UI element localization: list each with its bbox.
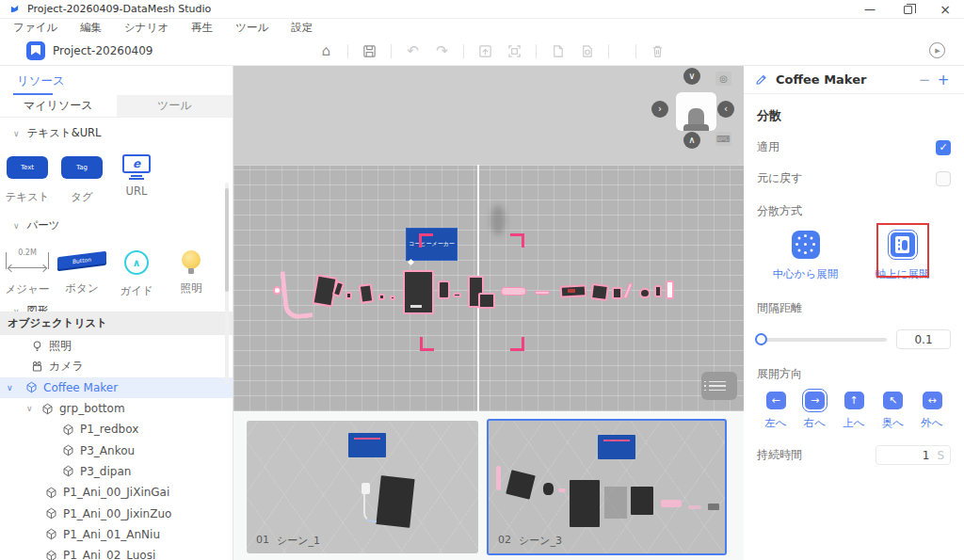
- resource-text[interactable]: Text テキスト: [0, 151, 55, 204]
- method-expand-axis[interactable]: 軸上に展開: [854, 231, 951, 281]
- menu-play[interactable]: 再生: [191, 21, 213, 35]
- slider-handle[interactable]: [755, 333, 767, 345]
- part-button[interactable]: Button ボタン: [55, 243, 109, 298]
- part-guide[interactable]: ∧ ガイド: [109, 243, 164, 298]
- resource-tag[interactable]: Tag タグ: [55, 151, 109, 204]
- apply-checkbox[interactable]: ✓: [936, 140, 951, 155]
- scene-thumb-1[interactable]: 01シーン_1: [247, 421, 478, 553]
- part[interactable]: [390, 296, 395, 300]
- orbit-up-button[interactable]: ∧: [683, 132, 700, 149]
- tree-item-p1-redbox[interactable]: P1_redbox: [0, 419, 233, 440]
- redo-button[interactable]: ↷: [434, 43, 450, 59]
- reset-checkbox[interactable]: [936, 171, 951, 186]
- duration-input[interactable]: 1 S: [876, 445, 951, 465]
- tree-item-p3-dipan[interactable]: P3_dipan: [0, 461, 233, 482]
- select-frame-button[interactable]: [506, 43, 522, 59]
- chevron-down-icon[interactable]: ∨: [0, 383, 25, 392]
- tab-resources[interactable]: リソース: [0, 66, 66, 95]
- part-measure[interactable]: 0.2M メジャー: [0, 243, 55, 298]
- chevron-down-icon: ∨: [13, 307, 20, 312]
- tree-item-p1-ani-02-luosi[interactable]: P1_Ani_02_Luosi: [0, 545, 233, 560]
- menu-scenario[interactable]: シナリオ: [124, 21, 169, 35]
- part[interactable]: [359, 283, 375, 304]
- edit-pencil-icon[interactable]: [755, 73, 767, 86]
- menu-settings[interactable]: 設定: [291, 21, 313, 35]
- focus-target-button[interactable]: ◎: [715, 72, 731, 86]
- part[interactable]: [453, 293, 461, 297]
- tree-item-coffee-maker[interactable]: ∨ Coffee Maker: [0, 377, 233, 398]
- orbit-down-button[interactable]: ∨: [683, 68, 700, 85]
- copy-button[interactable]: [550, 43, 566, 59]
- undo-icon: ↶: [407, 42, 419, 59]
- selection-bracket: [419, 233, 433, 248]
- selection-bracket: [420, 337, 434, 351]
- menu-file[interactable]: ファイル: [13, 21, 57, 35]
- capture-button[interactable]: [477, 43, 493, 59]
- method-expand-center[interactable]: 中心から展開: [757, 231, 854, 281]
- subtab-my-resources[interactable]: マイリソース: [0, 95, 117, 117]
- part-light[interactable]: 照明: [164, 243, 218, 298]
- tree-item-p1-ani-00-jixingai[interactable]: P1_Ani_00_JiXinGai: [0, 482, 233, 503]
- preview-play-button[interactable]: ▶: [929, 42, 945, 58]
- collapse-button[interactable]: −: [915, 72, 934, 88]
- part[interactable]: [666, 280, 674, 299]
- keyboard-shortcuts-button[interactable]: ⌨: [715, 132, 731, 146]
- check-icon: ✓: [939, 141, 947, 153]
- part[interactable]: [654, 285, 662, 297]
- section-shapes[interactable]: ∨ 図形: [0, 300, 233, 312]
- part[interactable]: [612, 287, 622, 299]
- left-panel-scrollbar[interactable]: [225, 183, 229, 384]
- home-button[interactable]: ⌂: [318, 43, 334, 59]
- tree-item-p1-ani-00-jixinzuo[interactable]: P1_Ani_00_JixinZuo: [0, 503, 233, 523]
- delete-button[interactable]: [650, 43, 666, 59]
- tree-item-grp-bottom[interactable]: ∨ grp_bottom: [0, 398, 233, 419]
- resource-url[interactable]: e URL: [109, 151, 164, 204]
- tree-item-p1-ani-01-anniu[interactable]: P1_Ani_01_AnNiu: [0, 524, 233, 545]
- direction-right[interactable]: → 右へ: [798, 392, 832, 430]
- chevron-down-icon: ∨: [13, 221, 20, 231]
- scene-list-button[interactable]: [701, 372, 737, 400]
- undo-button[interactable]: ↶: [405, 43, 421, 59]
- add-button[interactable]: +: [934, 72, 953, 88]
- home-icon: ⌂: [322, 42, 331, 59]
- maximize-button[interactable]: [889, 0, 926, 19]
- section-text-url[interactable]: ∨ テキスト&URL: [0, 118, 233, 147]
- spacing-value-input[interactable]: 0.1: [896, 329, 951, 349]
- part[interactable]: [535, 291, 550, 295]
- object-list-title: オブジェクトリスト: [0, 312, 233, 335]
- orbit-right-button[interactable]: ›: [651, 101, 668, 118]
- minimize-button[interactable]: —: [851, 0, 889, 19]
- subtab-tools[interactable]: ツール: [117, 95, 233, 117]
- direction-out[interactable]: ↔ 外へ: [915, 392, 949, 430]
- viewport-3d[interactable]: コーヒーメーカー ∨ › ‹ ∧ ◎ ⌨: [233, 66, 744, 411]
- part[interactable]: [590, 283, 609, 301]
- part[interactable]: [345, 292, 352, 299]
- tree-item-camera[interactable]: カメラ: [0, 356, 233, 376]
- spacing-slider[interactable]: [757, 338, 887, 342]
- part[interactable]: [501, 287, 526, 296]
- direction-up[interactable]: ↑ 上へ: [837, 392, 871, 430]
- direction-back[interactable]: ↖ 奥へ: [876, 392, 910, 430]
- part[interactable]: [639, 288, 651, 298]
- part[interactable]: [438, 280, 450, 299]
- paste-button[interactable]: [579, 43, 595, 59]
- toolbar: ⌂ ↶ ↷: [318, 36, 666, 66]
- menu-tools[interactable]: ツール: [235, 21, 268, 35]
- scene-name: 01シーン_1: [256, 534, 320, 548]
- camera-avatar[interactable]: [676, 92, 716, 131]
- part[interactable]: [478, 293, 495, 309]
- direction-left[interactable]: ← 左へ: [759, 392, 793, 430]
- cube-icon: [62, 424, 74, 436]
- part[interactable]: [273, 286, 281, 295]
- menu-edit[interactable]: 編集: [80, 21, 102, 35]
- orbit-left-button[interactable]: ‹: [717, 101, 734, 118]
- part[interactable]: [378, 294, 385, 300]
- close-button[interactable]: ×: [926, 0, 964, 19]
- tree-item-light[interactable]: 照明: [0, 335, 233, 356]
- save-button[interactable]: [362, 43, 378, 59]
- section-parts[interactable]: ∨ パーツ: [0, 210, 233, 239]
- scene-thumb-2[interactable]: 02シーン_3: [487, 419, 727, 555]
- arrow-left-icon: ←: [771, 394, 779, 407]
- chevron-down-icon[interactable]: ∨: [24, 404, 41, 413]
- tree-item-p3-ankou[interactable]: P3_Ankou: [0, 440, 233, 460]
